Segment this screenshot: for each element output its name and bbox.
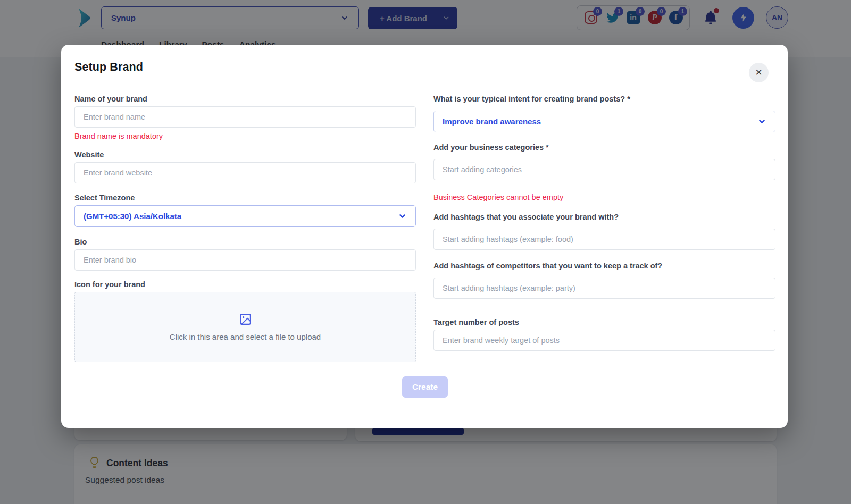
timezone-label: Select Timezone <box>74 192 416 203</box>
create-button[interactable]: Create <box>402 376 448 398</box>
timezone-select[interactable]: (GMT+05:30) Asia/Kolkata <box>74 205 416 227</box>
close-icon[interactable]: ✕ <box>749 63 769 82</box>
setup-brand-modal: ✕ Setup Brand Name of your brand Brand n… <box>61 45 788 428</box>
chevron-down-icon <box>757 117 766 126</box>
bio-label: Bio <box>74 237 416 247</box>
image-icon <box>239 313 252 326</box>
competitor-hashtags-label: Add hashtags of competitors that you wan… <box>433 261 775 271</box>
target-posts-label: Target number of posts <box>433 317 775 327</box>
icon-upload-dropzone[interactable]: Click in this area and select a file to … <box>74 292 416 362</box>
intent-label: What is your typical intent for creating… <box>433 94 775 104</box>
brand-name-input[interactable] <box>74 106 416 128</box>
upload-hint-text: Click in this area and select a file to … <box>170 332 321 341</box>
categories-input[interactable] <box>433 159 775 180</box>
modal-title: Setup Brand <box>74 61 775 74</box>
target-posts-input[interactable] <box>433 330 775 351</box>
brand-name-error: Brand name is mandatory <box>74 131 416 141</box>
categories-error: Business Categories cannot be empty <box>433 192 775 203</box>
screen: Synup + Add Brand 0 <box>0 0 851 504</box>
competitor-hashtags-input[interactable] <box>433 278 775 299</box>
bio-input[interactable] <box>74 249 416 271</box>
categories-label: Add your business categories * <box>433 142 775 153</box>
hashtags-input[interactable] <box>433 229 775 250</box>
website-label: Website <box>74 149 416 160</box>
chevron-down-icon <box>398 212 407 221</box>
timezone-value: (GMT+05:30) Asia/Kolkata <box>84 212 181 221</box>
website-input[interactable] <box>74 162 416 183</box>
modal-right-column: What is your typical intent for creating… <box>433 94 775 362</box>
intent-value: Improve brand awareness <box>443 117 541 126</box>
intent-select[interactable]: Improve brand awareness <box>433 111 775 132</box>
modal-left-column: Name of your brand Brand name is mandato… <box>74 94 416 362</box>
brand-name-label: Name of your brand <box>74 94 416 104</box>
hashtags-label: Add hashtags that you associate your bra… <box>433 212 775 222</box>
brand-icon-label: Icon for your brand <box>74 279 416 290</box>
